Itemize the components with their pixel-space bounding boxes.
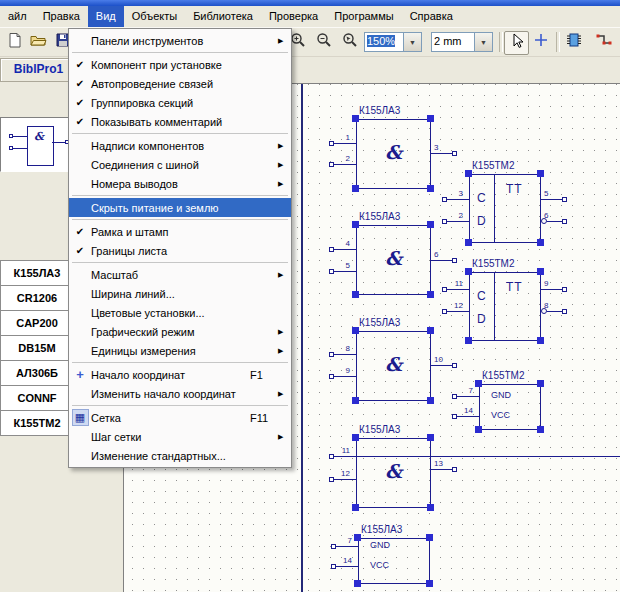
component-1-selection-handle[interactable] <box>427 291 434 298</box>
view-menu-item-27[interactable]: Изменение стандартных... <box>69 446 291 465</box>
component-3-selection-handle[interactable] <box>427 434 434 441</box>
component-4-selection-handle[interactable] <box>426 580 433 587</box>
view-menu-item-26[interactable]: Шаг сетки▶ <box>69 427 291 446</box>
menubar-item-5[interactable]: Проверка <box>261 6 326 27</box>
library-tab[interactable]: BiblPro1 <box>0 58 77 82</box>
component-1-selection-handle[interactable] <box>352 291 359 298</box>
open-button[interactable] <box>27 31 50 53</box>
component-7-selection-handle[interactable] <box>475 426 482 433</box>
component-2-selection-handle[interactable] <box>427 327 434 334</box>
component-5-selection-handle[interactable] <box>465 239 472 246</box>
component-5-pin-wire <box>447 199 469 200</box>
component-2-selection-handle[interactable] <box>352 397 359 404</box>
component-0-label: К155ЛА3 <box>359 105 400 116</box>
component-7-power-label: GND <box>491 390 511 400</box>
component-list-item[interactable]: АЛ306Б <box>0 360 74 386</box>
component-1-selection-handle[interactable] <box>352 221 359 228</box>
component-5-selection-handle[interactable] <box>537 239 544 246</box>
menubar-item-6[interactable]: Программы <box>326 6 401 27</box>
component-list-item[interactable]: К155ЛА3 <box>0 260 74 286</box>
component-2-selection-handle[interactable] <box>427 397 434 404</box>
component-0-selection-handle[interactable] <box>427 115 434 122</box>
view-menu-item-18[interactable]: Цветовые установки... <box>69 303 291 322</box>
menubar-item-4[interactable]: Библиотека <box>185 6 261 27</box>
view-menu-item-22[interactable]: +Начало координатF1 <box>69 365 291 384</box>
component-2-selection-handle[interactable] <box>352 327 359 334</box>
view-menu-item-20[interactable]: Единицы измерения▶ <box>69 341 291 360</box>
component-6-pin-number: 11 <box>439 279 463 288</box>
view-menu-item-9[interactable]: Номера выводов▶ <box>69 174 291 193</box>
view-menu-item-23[interactable]: Изменить начало координат▶ <box>69 384 291 403</box>
component-0-selection-handle[interactable] <box>352 185 359 192</box>
component-3-selection-handle[interactable] <box>427 504 434 511</box>
component-6-body[interactable] <box>469 272 541 341</box>
component-6-pin-number: 8 <box>544 301 568 310</box>
component-5-tt-label: TT <box>506 182 523 196</box>
view-menu-item-5[interactable]: ✔Показывать комментарий <box>69 112 291 131</box>
grid-step-combobox[interactable]: 2 mm ▼ <box>431 32 493 52</box>
component-4-selection-handle[interactable] <box>354 534 361 541</box>
menubar-item-2[interactable]: Вид <box>88 6 124 27</box>
component-2-pin-wire <box>334 376 356 377</box>
menubar-item-3[interactable]: Объекты <box>124 6 185 27</box>
view-menu-item-13[interactable]: ✔Рамка и штамп <box>69 222 291 241</box>
zoom-out-button[interactable] <box>312 31 335 53</box>
component-7-selection-handle[interactable] <box>537 380 544 387</box>
component-0-pin-number: 1 <box>326 133 350 142</box>
view-menu-item-14[interactable]: ✔Границы листа <box>69 241 291 260</box>
pointer-tool-button[interactable] <box>504 31 529 55</box>
wire-icon <box>595 32 613 52</box>
component-6-selection-handle[interactable] <box>537 337 544 344</box>
view-menu-item-2[interactable]: ✔Компонент при установке <box>69 55 291 74</box>
view-menu-item-7[interactable]: Надписи компонентов▶ <box>69 136 291 155</box>
chevron-down-icon[interactable]: ▼ <box>474 33 492 51</box>
component-4-selection-handle[interactable] <box>354 580 361 587</box>
component-4-selection-handle[interactable] <box>426 534 433 541</box>
view-menu-item-3[interactable]: ✔Автопроведение связей <box>69 74 291 93</box>
wire-tool-button[interactable] <box>592 31 615 53</box>
view-menu-item-0[interactable]: Панели инструментов▶ <box>69 31 291 50</box>
component-0-selection-handle[interactable] <box>427 185 434 192</box>
component-list-item[interactable]: К155ТМ2 <box>0 410 74 436</box>
component-1-selection-handle[interactable] <box>427 221 434 228</box>
view-menu-item-19[interactable]: Графический режим▶ <box>69 322 291 341</box>
zoom-select-button[interactable] <box>338 31 361 53</box>
component-5-body[interactable] <box>469 174 541 243</box>
component-7-selection-handle[interactable] <box>475 380 482 387</box>
component-7-selection-handle[interactable] <box>537 426 544 433</box>
view-menu-item-8[interactable]: Соединения с шиной▶ <box>69 155 291 174</box>
component-list-item[interactable]: CONNF <box>0 385 74 411</box>
zoom-level-combobox[interactable]: 150% ▼ <box>364 32 422 52</box>
component-6-selection-handle[interactable] <box>465 268 472 275</box>
component-6-selection-handle[interactable] <box>537 268 544 275</box>
submenu-arrow-icon: ▶ <box>278 161 291 169</box>
component-list-item[interactable]: CAP200 <box>0 310 74 336</box>
menu-separator <box>72 133 288 134</box>
component-4-body[interactable] <box>358 538 430 584</box>
component-list-item[interactable]: CR1206 <box>0 285 74 311</box>
view-menu-item-11[interactable]: Скрыть питание и землю <box>69 198 291 217</box>
component-list-item[interactable]: DB15M <box>0 335 74 361</box>
component-5-selection-handle[interactable] <box>537 170 544 177</box>
menubar-item-7[interactable]: Справка <box>402 6 461 27</box>
view-menu-item-4[interactable]: ✔Группировка секций <box>69 93 291 112</box>
component-3-pin-number: 12 <box>326 469 350 478</box>
view-menu-item-17[interactable]: Ширина линий... <box>69 284 291 303</box>
view-menu-item-16[interactable]: Масштаб▶ <box>69 265 291 284</box>
component-tool-button[interactable] <box>562 31 585 53</box>
component-0-pin-wire <box>431 153 453 154</box>
menubar-item-1[interactable]: Правка <box>35 6 88 27</box>
component-5-selection-handle[interactable] <box>465 170 472 177</box>
component-7-pin-number: 14 <box>449 406 473 415</box>
component-1-label: К155ЛА3 <box>359 211 400 222</box>
component-6-selection-handle[interactable] <box>465 337 472 344</box>
chevron-down-icon[interactable]: ▼ <box>403 33 421 51</box>
component-0-selection-handle[interactable] <box>352 115 359 122</box>
menubar-item-0[interactable]: айл <box>0 6 35 27</box>
view-menu-item-25[interactable]: ▦СеткаF11 <box>69 408 291 427</box>
crosshair-tool-button[interactable] <box>529 31 552 53</box>
component-5-d-label: D <box>477 214 486 228</box>
component-3-selection-handle[interactable] <box>352 504 359 511</box>
component-3-selection-handle[interactable] <box>352 434 359 441</box>
new-button[interactable] <box>3 31 26 53</box>
